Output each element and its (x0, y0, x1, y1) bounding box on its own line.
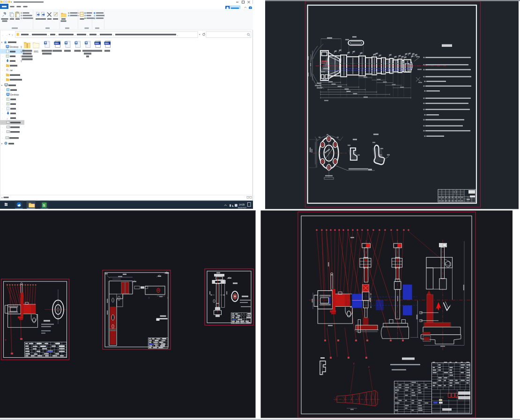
svg-text:›: › (2, 122, 3, 124)
svg-text:›: › (2, 46, 3, 48)
svg-text:↑: ↑ (12, 34, 13, 37)
svg-text:›: › (2, 108, 3, 110)
svg-text:›: › (2, 60, 3, 62)
svg-text:F: F (368, 366, 370, 368)
svg-text:›: › (2, 56, 3, 58)
svg-text:›: › (2, 103, 3, 105)
svg-text:›: › (2, 94, 3, 96)
svg-text:›: › (2, 99, 3, 101)
svg-text:2021/7/27: 2021/7/27 (238, 206, 247, 209)
svg-text:›: › (2, 138, 3, 140)
svg-text:♪: ♪ (7, 117, 8, 120)
svg-text:›: › (2, 89, 3, 91)
svg-text:DWG: DWG (55, 43, 59, 44)
svg-text:›: › (2, 70, 3, 72)
svg-text:›: › (2, 132, 3, 133)
svg-text:DWG: DWG (105, 43, 109, 44)
svg-text:W: W (85, 42, 88, 44)
svg-text:W: W (45, 42, 47, 44)
svg-text:0001: 0001 (34, 51, 39, 53)
svg-text:W: W (75, 42, 78, 44)
svg-text:Desktop: Desktop (10, 45, 19, 48)
svg-text:S: S (43, 204, 45, 207)
svg-text:rar: rar (10, 69, 13, 72)
svg-text:›: › (2, 51, 3, 53)
svg-text:›: › (2, 127, 3, 129)
svg-text:F: F (353, 363, 355, 365)
svg-text:→: → (5, 34, 8, 37)
svg-text:›: › (2, 118, 3, 119)
svg-text:›: › (2, 74, 3, 76)
svg-text:Desktop: Desktop (10, 93, 19, 96)
svg-text:›: › (2, 65, 3, 67)
svg-text:›: › (2, 113, 3, 115)
svg-text:14:09: 14:09 (239, 204, 245, 206)
svg-text:DWG: DWG (95, 43, 99, 44)
svg-text:W: W (65, 42, 67, 44)
svg-text:›: › (2, 79, 3, 81)
svg-text:←: ← (1, 34, 4, 37)
